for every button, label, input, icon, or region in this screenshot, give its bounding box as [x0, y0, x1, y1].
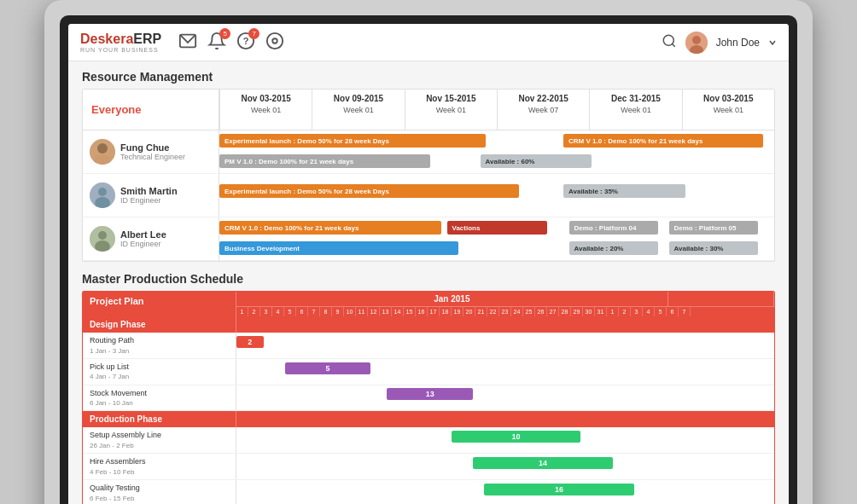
- week-num-5: Week 01: [595, 105, 676, 116]
- svg-point-12: [90, 139, 115, 165]
- mps-day-cell: 18: [440, 307, 452, 316]
- mps-month-row: Jan 2015: [236, 292, 774, 307]
- avatar-image: [685, 32, 708, 54]
- mps-day-cell: 11: [356, 307, 368, 316]
- mps-day-cell: 5: [284, 307, 296, 316]
- gantt-bar-fung-1: Experimental launch : Demo 50% for 28 we…: [219, 134, 486, 148]
- svg-text:?: ?: [243, 35, 249, 45]
- mps-day-cell: 6: [667, 307, 679, 316]
- person-details-2: Smith Martin ID Engineer: [120, 186, 212, 205]
- rm-person-row-2: Smith Martin ID Engineer Experimental la…: [83, 174, 774, 217]
- avatar-img-1: [90, 139, 115, 165]
- task-name-hire: Hire Assemblers: [90, 456, 229, 467]
- task-name-quality: Quality Testing: [90, 483, 229, 494]
- week-date-6: Nov 03-2015: [688, 93, 769, 105]
- mps-task-hire: Hire Assemblers 4 Feb - 10 Feb 14: [83, 454, 774, 480]
- rm-title: Resource Management: [82, 70, 775, 84]
- gantt-bar-fung-4: Available : 60%: [481, 154, 592, 168]
- video-icon-wrap[interactable]: [265, 32, 284, 54]
- gantt-bar-smith-2: Available : 35%: [563, 184, 685, 198]
- mps-day-cell: 25: [523, 307, 535, 316]
- gantt-bar-albert-5: Business Development: [219, 241, 458, 255]
- task-name-routing: Routing Path: [90, 335, 229, 346]
- person-role-2: ID Engineer: [120, 196, 212, 205]
- person-avatar-2: [90, 182, 115, 208]
- week-cell-2: Nov 09-2015 Week 01: [312, 90, 404, 130]
- rm-gantt-area-3: CRM V 1.0 : Demo 100% for 21 week days V…: [219, 217, 774, 260]
- mps-day-cell: 12: [368, 307, 380, 316]
- week-cell-1: Nov 03-2015 Week 01: [219, 90, 312, 130]
- resource-management-section: Resource Management Everyone N: [82, 70, 775, 262]
- mps-day-cell: 3: [631, 307, 643, 316]
- nav-right: John Doe: [662, 32, 777, 54]
- gantt-bar-albert-6: Available : 20%: [569, 241, 658, 255]
- mps-day-cell: 29: [571, 307, 583, 316]
- screen-bezel: DeskeraERP RUN YOUR BUSINESS: [60, 15, 797, 504]
- week-date-5: Dec 31-2015: [595, 93, 676, 105]
- mps-day-cell: 15: [404, 307, 416, 316]
- rm-person-row-1: Fung Chue Technical Engineer Experimenta…: [83, 130, 774, 174]
- gantt-bar-albert-7: Available : 30%: [669, 241, 758, 255]
- gantt-bar-albert-3: Demo : Platform 04: [569, 221, 658, 235]
- mps-day-cell: 3: [260, 307, 272, 316]
- mps-production-phase-gantt: [236, 411, 774, 427]
- mps-day-cell: 4: [643, 307, 655, 316]
- mps-production-phase-label: Production Phase: [83, 411, 236, 427]
- week-date-3: Nov 15-2015: [411, 93, 492, 105]
- rm-gantt-area-1: Experimental launch : Demo 50% for 28 we…: [219, 130, 774, 173]
- logo-area: DeskeraERP RUN YOUR BUSINESS: [80, 32, 161, 53]
- mps-production-phase-row: Production Phase: [83, 411, 774, 427]
- week-num-2: Week 01: [318, 105, 399, 116]
- gantt-bar-routing: 2: [236, 336, 264, 348]
- rm-weeks-row: Nov 03-2015 Week 01 Nov 09-2015 Week 01 …: [219, 90, 774, 130]
- mps-task-routing-label: Routing Path 1 Jan - 3 Jan: [83, 333, 236, 358]
- screen: DeskeraERP RUN YOUR BUSINESS: [68, 24, 789, 504]
- mps-day-cell: 7: [308, 307, 320, 316]
- person-name-3: Albert Lee: [120, 229, 212, 240]
- svg-line-6: [672, 43, 674, 46]
- task-dates-assembly: 26 Jan - 2 Feb: [90, 441, 229, 450]
- mps-day-cell: 16: [416, 307, 428, 316]
- rm-person-row-3: Albert Lee ID Engineer CRM V 1.0 : Demo …: [83, 217, 774, 261]
- mps-project-col-header: Project Plan: [83, 292, 236, 316]
- svg-point-8: [692, 36, 701, 44]
- messages-icon-wrap[interactable]: [178, 32, 197, 54]
- avatar-img-3: [90, 226, 115, 252]
- mps-day-cell: 28: [559, 307, 571, 316]
- week-cell-6: Nov 03-2015 Week 01: [682, 90, 774, 130]
- mps-task-routing: Routing Path 1 Jan - 3 Jan 2: [83, 333, 774, 359]
- mps-day-cell: 2: [248, 307, 260, 316]
- mps-day-cell: 30: [583, 307, 595, 316]
- mps-day-cell: 14: [392, 307, 404, 316]
- gantt-bar-albert-4: Demo : Platform 05: [669, 221, 758, 235]
- mps-day-cell: 10: [344, 307, 356, 316]
- mps-day-cell: 26: [535, 307, 547, 316]
- mps-design-phase-gantt: [236, 316, 774, 333]
- mps-title: Master Production Schedule: [82, 272, 775, 286]
- svg-point-17: [98, 231, 107, 240]
- task-name-pickup: Pick up List: [90, 362, 229, 373]
- mps-section: Master Production Schedule Project Plan …: [82, 272, 775, 504]
- person-name-1: Fung Chue: [120, 142, 212, 153]
- gantt-bar-assembly: 10: [452, 431, 580, 443]
- week-num-3: Week 01: [411, 105, 492, 116]
- week-date-2: Nov 09-2015: [318, 93, 399, 105]
- video-icon: [265, 32, 284, 50]
- notifications-icon-wrap[interactable]: 5: [207, 32, 226, 54]
- search-button[interactable]: [662, 33, 677, 52]
- mps-task-routing-gantt: 2: [236, 333, 774, 358]
- task-dates-quality: 6 Feb - 15 Feb: [90, 494, 229, 503]
- mps-task-stock-gantt: 13: [236, 385, 774, 411]
- mps-calendar-header: Jan 2015 1234567891011121314151617181920…: [236, 292, 774, 316]
- week-num-6: Week 01: [688, 105, 769, 116]
- mps-task-hire-label: Hire Assemblers 4 Feb - 10 Feb: [83, 454, 236, 479]
- mps-design-phase-row: Design Phase: [83, 316, 774, 333]
- help-icon-wrap[interactable]: ? 7: [236, 32, 255, 54]
- gantt-bar-albert-1: CRM V 1.0 : Demo 100% for 21 week days: [219, 221, 441, 235]
- person-role-1: Technical Engineer: [120, 153, 212, 161]
- rm-everyone-cell[interactable]: Everyone: [83, 90, 219, 130]
- user-name-label[interactable]: John Doe: [716, 37, 760, 49]
- nav-icons-group: 5 ? 7: [178, 32, 661, 54]
- person-name-2: Smith Martin: [120, 186, 212, 196]
- mps-day-cell: 4: [272, 307, 284, 316]
